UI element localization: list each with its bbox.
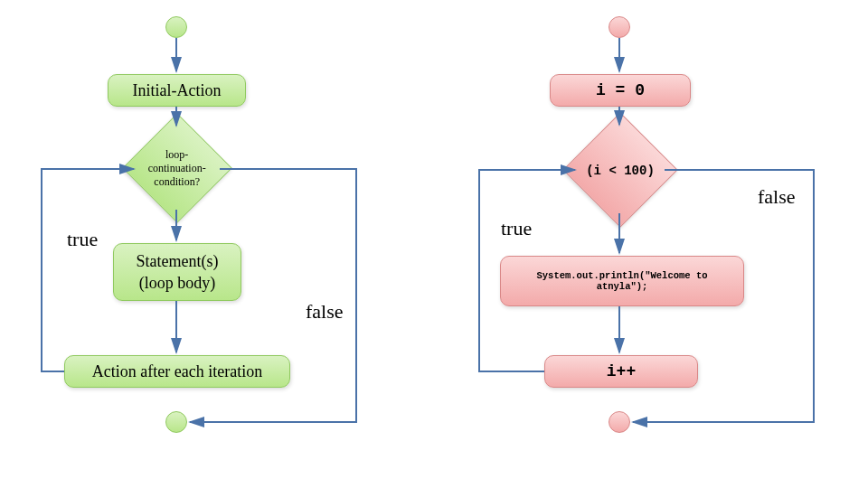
false-label-right: false: [758, 185, 796, 209]
after-label: Action after each iteration: [92, 362, 262, 381]
end-terminator-right: [609, 411, 630, 433]
body-code: System.out.println("Welcome to atnyla");: [510, 270, 734, 292]
loop-condition-diamond-right: (i < 100): [562, 112, 677, 227]
true-label-right: true: [501, 217, 532, 240]
increment-box: i++: [544, 355, 698, 388]
false-label-left: false: [306, 300, 344, 324]
after-iteration-box: Action after each iteration: [64, 355, 290, 388]
cond-line1: loop-: [139, 148, 215, 162]
init-box-right: i = 0: [550, 74, 691, 107]
init-action-label: Initial-Action: [133, 81, 222, 100]
cond-code: (i < 100): [586, 164, 655, 178]
loop-body-box-left: Statement(s) (loop body): [113, 243, 241, 301]
body-line2: (loop body): [137, 272, 219, 294]
cond-line2: continuation-: [139, 162, 215, 175]
end-terminator-left: [165, 411, 187, 433]
start-terminator-right: [609, 16, 630, 38]
true-label-left: true: [67, 228, 98, 251]
cond-line3: condition?: [139, 175, 215, 189]
loop-condition-diamond-left: loop- continuation- condition?: [122, 113, 232, 223]
loop-body-box-right: System.out.println("Welcome to atnyla");: [500, 256, 744, 306]
init-action-box: Initial-Action: [108, 74, 246, 107]
flowchart-pair: Initial-Action loop- continuation- condi…: [0, 0, 868, 488]
body-line1: Statement(s): [137, 250, 219, 272]
increment-code: i++: [607, 362, 636, 380]
init-code: i = 0: [596, 81, 645, 99]
start-terminator-left: [165, 16, 187, 38]
